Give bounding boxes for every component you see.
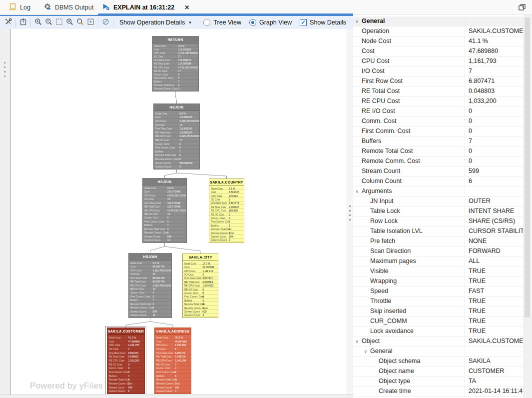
tab-explain[interactable]: EXPLAIN at 16:31:22 ✕ xyxy=(98,0,195,14)
plan-node-title: HSJOIN xyxy=(129,254,171,260)
drag-handle-icon[interactable] xyxy=(4,59,5,80)
property-row[interactable]: ∨General xyxy=(353,16,523,26)
plan-node-stat-row: Buffers7 xyxy=(129,298,171,302)
plan-node-stat-row: First Comm. Cost0 xyxy=(129,294,171,298)
property-row[interactable]: Buffers7 xyxy=(353,136,523,146)
property-row[interactable]: ∨ObjectSAKILA.CUSTOMER xyxy=(353,336,523,346)
property-label: General xyxy=(353,346,465,356)
properties-scrollbar[interactable] xyxy=(523,15,532,398)
plan-node-stat-row: Cost109.072948 xyxy=(143,190,186,193)
chevron-expanded-icon[interactable]: ∨ xyxy=(364,346,367,356)
graph-view-radio[interactable] xyxy=(249,19,256,26)
tree-view-radio[interactable] xyxy=(203,19,210,26)
tab-close-icon[interactable]: ✕ xyxy=(183,4,191,11)
plan-node-stat-row: RE I/O Cost17 xyxy=(154,138,199,142)
property-row[interactable]: Node Cost41.1 % xyxy=(353,36,523,46)
tab-log[interactable]: Log xyxy=(5,0,34,14)
restore-pane-icon[interactable] xyxy=(517,3,527,12)
property-row[interactable]: RE I/O Cost0 xyxy=(353,106,523,116)
property-row[interactable]: First Comm. Cost0 xyxy=(353,126,523,136)
marquee-zoom-button[interactable] xyxy=(54,17,64,28)
property-row[interactable]: Scan DirectionFORWARD xyxy=(353,246,523,256)
property-row[interactable]: I/O Cost7 xyxy=(353,66,523,76)
property-row[interactable]: Lock avoidanceTRUE xyxy=(353,326,523,336)
plan-node-country[interactable]: SAKILA.COUNTRYNode Cost5.9 %Cost6.816337… xyxy=(209,178,244,243)
plan-node-stat-row: Remote Total Cost0 xyxy=(129,302,171,306)
plan-node-return[interactable]: RETURNNode Cost0.0 %Cost118.908184CPU Co… xyxy=(152,36,199,92)
property-row[interactable]: ∨Arguments xyxy=(353,186,523,196)
property-row[interactable]: Table Isolation LVLCURSOR STABILITY xyxy=(353,226,523,236)
plan-node-stat-row: Remote Total Cost0 xyxy=(107,378,144,382)
property-row[interactable]: CPU Cost1,161,793 xyxy=(353,56,523,66)
property-row[interactable]: Object schemaSAKILA xyxy=(353,356,523,366)
plan-node-hsjoin-3[interactable]: HSJOINNode Cost0.0 %Cost88.990799CPU Cos… xyxy=(128,253,172,318)
property-row[interactable]: Maximum pagesALL xyxy=(353,256,523,266)
left-gutter xyxy=(0,29,11,394)
property-value: CURSOR STABILITY xyxy=(465,226,523,236)
property-row[interactable]: Stream Count599 xyxy=(353,166,523,176)
property-row[interactable]: Remote Comm. Cost0 xyxy=(353,156,523,166)
plan-node-hsjoin-1[interactable]: HSJOINNode Cost0.0 %Cost118.899243CPU Co… xyxy=(153,104,200,170)
zoom-in-button[interactable] xyxy=(33,17,43,28)
property-label: Remote Total Cost xyxy=(353,146,465,156)
property-row[interactable]: JN InputOUTER xyxy=(353,196,523,206)
panel-divider[interactable] xyxy=(347,29,353,394)
chevron-expanded-icon[interactable]: ∨ xyxy=(355,336,359,346)
graph-view-label[interactable]: Graph View xyxy=(259,19,292,26)
plan-node-address[interactable]: SAKILA.ADDRESSNode Cost35.3 %Cost40.8940… xyxy=(154,328,191,394)
plan-node-customer[interactable]: SAKILA.CUSTOMERNode Cost41.1 %Cost47.689… xyxy=(107,328,145,394)
property-row[interactable]: Column Count6 xyxy=(353,176,523,186)
fit-content-icon xyxy=(87,18,94,28)
chevron-expanded-icon[interactable]: ∨ xyxy=(355,16,359,26)
property-row[interactable]: Object typeTA xyxy=(353,376,523,386)
plan-edge xyxy=(165,170,177,178)
property-row[interactable]: Remote Total Cost0 xyxy=(353,146,523,156)
toolbar-separator xyxy=(113,18,113,27)
property-row[interactable]: ∨General xyxy=(353,346,523,356)
details-dropdown[interactable]: Show Operation Details ▾ xyxy=(115,17,195,28)
show-details-checkbox[interactable]: ✓ xyxy=(300,19,307,26)
plan-node-stat-row: Remote Total Cost0 xyxy=(183,302,218,306)
scrollbar-thumb[interactable] xyxy=(525,18,530,318)
plan-node-stat-row: Stream Count598.999939 xyxy=(154,161,199,165)
property-row[interactable]: RE CPU Cost1,033,200 xyxy=(353,96,523,106)
save-diagram-button[interactable] xyxy=(18,17,28,28)
show-details-label[interactable]: Show Details xyxy=(310,19,346,26)
property-value: TA xyxy=(465,376,523,386)
property-row[interactable]: VisibleTRUE xyxy=(353,266,523,276)
property-row[interactable]: Cost47.689880 xyxy=(353,46,523,56)
property-row[interactable]: Table LockINTENT SHARE xyxy=(353,206,523,216)
property-row[interactable]: OperationSAKILA.CUSTOMER xyxy=(353,26,523,36)
plan-node-city[interactable]: SAKILA.CITYNode Cost17.7 %Cost20.467981C… xyxy=(182,254,218,318)
property-row[interactable]: Row LockSHARE (CS/RS) xyxy=(353,216,523,226)
overview-toggle-button[interactable] xyxy=(100,17,111,28)
tab-dbms-output[interactable]: DBMS Output xyxy=(40,0,97,14)
search-button[interactable] xyxy=(75,17,85,28)
zoom-original-button[interactable] xyxy=(64,17,75,28)
property-row[interactable]: Object nameCUSTOMER xyxy=(353,366,523,376)
plan-node-hsjoin-2[interactable]: HSJOINNode Cost0.0 %Cost109.072948CPU Co… xyxy=(142,178,187,243)
zoom-out-button[interactable] xyxy=(43,17,54,28)
plan-node-stat-row: Column Count11 xyxy=(129,314,171,317)
tree-view-label[interactable]: Tree View xyxy=(213,19,241,26)
drag-handle-icon[interactable] xyxy=(349,202,351,224)
property-value: SAKILA.CUSTOMER xyxy=(465,336,523,346)
property-row[interactable]: Comm. Cost0 xyxy=(353,116,523,126)
property-row[interactable]: Create time2021-01-14 16:11:41 xyxy=(353,386,523,396)
property-row[interactable]: CUR_COMMTRUE xyxy=(353,316,523,326)
fit-content-button[interactable] xyxy=(85,17,96,28)
plan-node-stat-row: CPU Cost1,111,919 xyxy=(183,269,218,272)
property-row[interactable]: First Row Cost6.807471 xyxy=(353,76,523,86)
diagram-settings-button[interactable] xyxy=(3,17,13,28)
property-row[interactable]: Skip insertedTRUE xyxy=(353,306,523,316)
plan-node-stat-row: RE Total Cost0.048884 xyxy=(183,280,218,284)
property-value: INTENT SHARE xyxy=(465,206,523,216)
property-row[interactable]: WrappingTRUE xyxy=(353,276,523,286)
property-row[interactable]: ThrottleTRUE xyxy=(353,296,523,306)
property-value: 0.048803 xyxy=(465,86,523,96)
chevron-expanded-icon[interactable]: ∨ xyxy=(355,186,359,196)
property-row[interactable]: SpeedFAST xyxy=(353,286,523,296)
property-row[interactable]: RE Total Cost0.048803 xyxy=(353,86,523,96)
plan-canvas[interactable]: RETURNNode Cost0.0 %Cost118.908184CPU Co… xyxy=(11,29,347,394)
property-row[interactable]: Pre fetchNONE xyxy=(353,236,523,246)
